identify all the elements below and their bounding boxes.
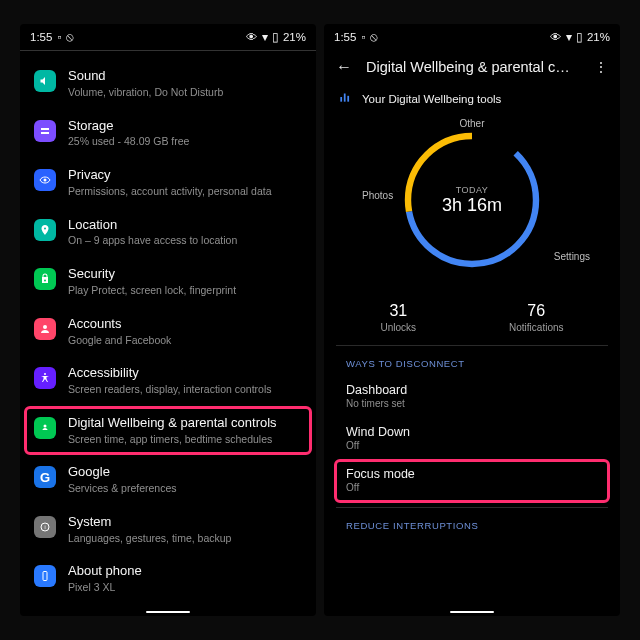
wifi-icon: ▾: [566, 30, 572, 44]
dnd-icon: ⦸: [370, 31, 378, 44]
clock: 1:55: [334, 31, 356, 43]
settings-row-security[interactable]: SecurityPlay Protect, screen lock, finge…: [20, 257, 316, 307]
item-dashboard[interactable]: Dashboard No timers set: [324, 375, 620, 417]
wellbeing-screen: 1:55 ▫ ⦸ 👁 ▾ ▯ 21% ← Digital Wellbeing &…: [324, 24, 620, 616]
svg-point-3: [43, 325, 47, 329]
dnd-icon: ⦸: [66, 31, 74, 44]
item-focusmode[interactable]: Focus mode Off: [324, 459, 620, 501]
back-icon[interactable]: ←: [336, 58, 352, 76]
svg-point-5: [44, 424, 47, 427]
chart-label-settings: Settings: [554, 251, 590, 262]
eye-icon: 👁: [246, 31, 258, 43]
settings-list[interactable]: SoundVolume, vibration, Do Not Disturb S…: [20, 59, 316, 616]
settings-row-system[interactable]: i SystemLanguages, gestures, time, backu…: [20, 505, 316, 555]
svg-rect-11: [347, 96, 349, 102]
svg-point-2: [44, 179, 47, 182]
stats-row: 31 Unlocks 76 Notifications: [324, 288, 620, 345]
svg-point-4: [44, 373, 46, 375]
settings-screen: 1:55 ▫ ⦸ 👁 ▾ ▯ 21% SoundVolume, vibratio…: [20, 24, 316, 616]
chart-label-other: Other: [459, 118, 484, 129]
eye-icon: 👁: [550, 31, 562, 43]
privacy-icon: [34, 169, 56, 191]
highlight-box: [334, 459, 610, 503]
security-icon: [34, 268, 56, 290]
location-icon: [34, 219, 56, 241]
svg-rect-0: [41, 128, 49, 130]
wifi-icon: ▾: [262, 30, 268, 44]
settings-row-sound[interactable]: SoundVolume, vibration, Do Not Disturb: [20, 59, 316, 109]
battery-icon: ▯: [272, 30, 279, 44]
svg-rect-8: [43, 572, 47, 581]
status-bar: 1:55 ▫ ⦸ 👁 ▾ ▯ 21%: [20, 24, 316, 48]
settings-row-accounts[interactable]: AccountsGoogle and Facebook: [20, 307, 316, 357]
phone-icon: [34, 565, 56, 587]
svg-rect-1: [41, 132, 49, 134]
divider: [20, 50, 316, 51]
settings-row-location[interactable]: LocationOn – 9 apps have access to locat…: [20, 208, 316, 258]
page-title: Digital Wellbeing & parental c…: [366, 59, 580, 75]
status-bar: 1:55 ▫ ⦸ 👁 ▾ ▯ 21%: [324, 24, 620, 48]
settings-row-privacy[interactable]: PrivacyPermissions, account activity, pe…: [20, 158, 316, 208]
settings-row-about[interactable]: About phonePixel 3 XL: [20, 554, 316, 604]
chart-time: 3h 16m: [442, 195, 502, 216]
svg-rect-9: [340, 97, 342, 102]
battery-pct: 21%: [283, 31, 306, 43]
settings-row-wellbeing[interactable]: Digital Wellbeing & parental controlsScr…: [20, 406, 316, 456]
google-icon: G: [34, 466, 56, 488]
system-icon: i: [34, 516, 56, 538]
storage-icon: [34, 120, 56, 142]
tools-row: Your Digital Wellbeing tools: [324, 84, 620, 116]
item-winddown[interactable]: Wind Down Off: [324, 417, 620, 459]
settings-row-accessibility[interactable]: AccessibilityScreen readers, display, in…: [20, 356, 316, 406]
image-icon: ▫: [361, 31, 365, 43]
screen-time-chart[interactable]: TODAY 3h 16m Other Photos Settings: [324, 116, 620, 288]
bar-chart-icon: [338, 90, 352, 108]
tools-label: Your Digital Wellbeing tools: [362, 93, 501, 105]
stat-unlocks[interactable]: 31 Unlocks: [380, 302, 416, 333]
stat-notifications[interactable]: 76 Notifications: [509, 302, 563, 333]
chart-today-label: TODAY: [456, 185, 489, 195]
app-header: ← Digital Wellbeing & parental c… ⋮: [324, 48, 620, 84]
settings-row-storage[interactable]: Storage25% used - 48.09 GB free: [20, 109, 316, 159]
svg-text:i: i: [44, 524, 45, 530]
chart-label-photos: Photos: [362, 190, 393, 201]
accessibility-icon: [34, 367, 56, 389]
image-icon: ▫: [57, 31, 61, 43]
nav-indicator[interactable]: [450, 611, 494, 613]
settings-row-google[interactable]: G GoogleServices & preferences: [20, 455, 316, 505]
more-icon[interactable]: ⋮: [594, 59, 608, 75]
section-disconnect: WAYS TO DISCONNECT: [324, 346, 620, 375]
battery-pct: 21%: [587, 31, 610, 43]
battery-icon: ▯: [576, 30, 583, 44]
svg-rect-10: [344, 94, 346, 102]
nav-indicator[interactable]: [146, 611, 190, 613]
wellbeing-icon: [34, 417, 56, 439]
clock: 1:55: [30, 31, 52, 43]
accounts-icon: [34, 318, 56, 340]
section-reduce: REDUCE INTERRUPTIONS: [324, 508, 620, 537]
sound-icon: [34, 70, 56, 92]
